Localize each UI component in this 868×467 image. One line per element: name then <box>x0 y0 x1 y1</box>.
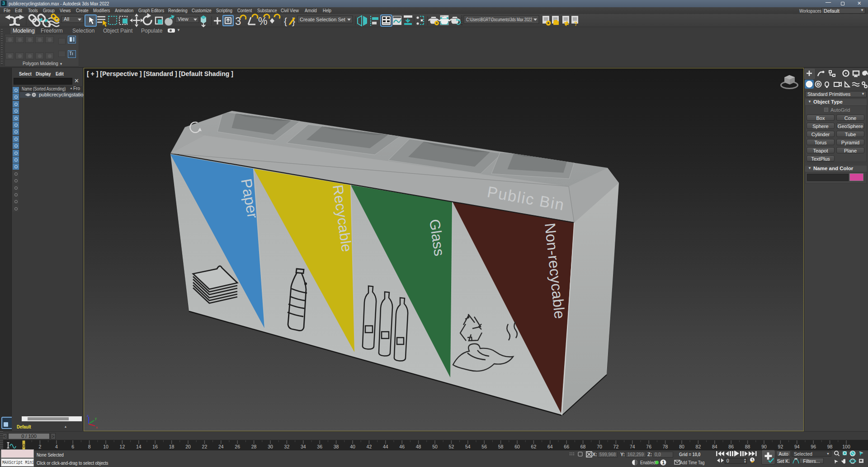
svg-text:36: 36 <box>317 444 322 449</box>
svg-text:92: 92 <box>778 444 783 449</box>
svg-text:?: ? <box>574 21 577 27</box>
svg-text:76: 76 <box>646 444 651 449</box>
svg-text:88: 88 <box>745 444 750 449</box>
svg-text:80: 80 <box>679 444 684 449</box>
svg-text:72: 72 <box>613 444 619 449</box>
svg-text:28: 28 <box>251 444 257 449</box>
svg-text:52: 52 <box>449 444 454 449</box>
svg-text:30: 30 <box>268 444 273 449</box>
svg-text:74: 74 <box>630 444 635 449</box>
svg-text:4: 4 <box>55 444 58 449</box>
svg-text:40: 40 <box>350 444 355 449</box>
svg-text:46: 46 <box>399 444 405 449</box>
svg-text:100: 100 <box>842 444 850 449</box>
svg-text:86: 86 <box>728 444 734 449</box>
svg-text:22: 22 <box>202 444 208 449</box>
svg-text:48: 48 <box>416 444 421 449</box>
svg-text:94: 94 <box>794 444 800 449</box>
svg-text:20: 20 <box>185 444 191 449</box>
svg-text:98: 98 <box>827 444 833 449</box>
svg-text:{: { <box>284 16 287 26</box>
svg-text:26: 26 <box>235 444 240 449</box>
svg-text:34: 34 <box>301 444 306 449</box>
svg-text:C:\Users\BGRT\Documents\3ds Ma: C:\Users\BGRT\Documents\3ds Max 2022 <box>466 17 532 22</box>
svg-text:96: 96 <box>811 444 816 449</box>
svg-text:8: 8 <box>88 444 91 449</box>
svg-text:18: 18 <box>169 444 175 449</box>
svg-text:90: 90 <box>761 444 767 449</box>
svg-text:0: 0 <box>23 443 25 448</box>
svg-text:62: 62 <box>531 444 537 449</box>
svg-text:42: 42 <box>367 444 372 449</box>
svg-text:82: 82 <box>696 444 701 449</box>
svg-text:44: 44 <box>383 444 388 449</box>
svg-text:16: 16 <box>152 444 158 449</box>
svg-text:%: % <box>258 15 267 27</box>
svg-text:All: All <box>64 16 69 22</box>
svg-text:14: 14 <box>136 444 142 449</box>
svg-text:Create Selection Set: Create Selection Set <box>300 17 345 22</box>
svg-text:78: 78 <box>663 444 668 449</box>
svg-text:6: 6 <box>71 444 74 449</box>
svg-text:58: 58 <box>498 444 504 449</box>
svg-text:32: 32 <box>284 444 290 449</box>
svg-text:60: 60 <box>514 444 520 449</box>
svg-text:24: 24 <box>218 444 224 449</box>
svg-text:68: 68 <box>580 444 586 449</box>
svg-text:View: View <box>178 16 189 22</box>
svg-text:50: 50 <box>432 444 438 449</box>
svg-text:54: 54 <box>465 444 471 449</box>
svg-text:12: 12 <box>120 444 125 449</box>
svg-text:64: 64 <box>547 444 553 449</box>
svg-text:38: 38 <box>334 444 339 449</box>
svg-text:56: 56 <box>481 444 487 449</box>
svg-text:84: 84 <box>712 444 717 449</box>
svg-text:2: 2 <box>38 444 41 449</box>
svg-text:66: 66 <box>564 444 569 449</box>
svg-text:70: 70 <box>597 444 602 449</box>
svg-text:10: 10 <box>103 444 108 449</box>
